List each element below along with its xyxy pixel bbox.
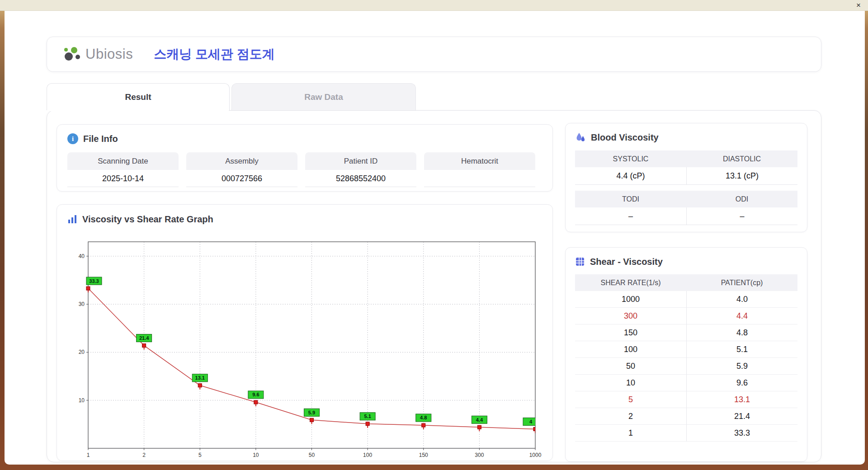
field-assembly: Assembly 000727566: [186, 152, 297, 187]
shear-rate-cell: 150: [575, 324, 686, 341]
svg-text:21.4: 21.4: [139, 335, 149, 341]
table-grid-icon: [575, 257, 585, 267]
field-hematocrit: Hematocrit: [424, 152, 535, 187]
field-value: 2025-10-14: [67, 170, 179, 187]
svg-text:20: 20: [79, 349, 85, 355]
shear-rate-cell: 300: [575, 308, 686, 324]
svg-text:2: 2: [142, 452, 146, 458]
viscosity-chart: 125105010015030010001020304033.321.413.1…: [61, 235, 542, 461]
shear-viscosity-table: SHEAR RATE(1/s) PATIENT(cp) 1000 4.0 300…: [575, 274, 797, 442]
field-label: Patient ID: [305, 152, 416, 170]
spacer: [575, 185, 797, 191]
app-header: Ubiosis 스캐닝 모세관 점도계: [47, 37, 821, 72]
field-value: 000727566: [186, 170, 297, 187]
svg-text:5.1: 5.1: [364, 414, 371, 419]
patient-column-header: PATIENT(cp): [686, 274, 797, 291]
shear-viscosity-card: Shear - Viscosity SHEAR RATE(1/s) PATIEN…: [565, 247, 807, 462]
field-label: Assembly: [186, 152, 297, 170]
svg-text:300: 300: [475, 452, 484, 458]
todi-header: TODI: [575, 191, 686, 207]
svg-text:30: 30: [79, 301, 85, 307]
patient-cell: 9.6: [686, 375, 797, 391]
field-scanning-date: Scanning Date 2025-10-14: [67, 152, 179, 187]
field-label: Scanning Date: [67, 152, 179, 170]
svg-text:5: 5: [198, 452, 202, 458]
svg-text:4: 4: [529, 419, 533, 424]
svg-text:9.6: 9.6: [252, 392, 259, 397]
tab-bar: Result Raw Data: [47, 83, 821, 110]
app-window: Ubiosis 스캐닝 모세관 점도계 Result Raw Data i Fi…: [5, 11, 865, 465]
blood-viscosity-card: Blood Viscosity SYSTOLIC DIASTOLIC 4.4 (…: [565, 123, 807, 232]
tab-result[interactable]: Result: [47, 83, 230, 110]
blood-drop-icon: [575, 132, 586, 143]
diastolic-header: DIASTOLIC: [686, 150, 797, 167]
window-titlebar: ×: [0, 0, 868, 11]
patient-cell: 5.1: [686, 341, 797, 358]
patient-cell: 13.1: [686, 391, 797, 408]
svg-text:50: 50: [309, 452, 315, 458]
tab-result-label: Result: [125, 92, 151, 102]
bar-chart-icon: [67, 214, 77, 224]
patient-cell: 5.9: [686, 358, 797, 375]
blood-viscosity-title: Blood Viscosity: [591, 132, 659, 143]
close-icon[interactable]: ×: [856, 1, 861, 9]
systolic-value: 4.4 (cP): [575, 167, 686, 185]
shear-viscosity-title: Shear - Viscosity: [590, 257, 663, 267]
odi-header: ODI: [686, 191, 797, 207]
todi-value: –: [575, 207, 686, 225]
graph-card: Viscosity vs Shear Rate Graph 1251050100…: [57, 204, 553, 461]
shear-rate-cell: 100: [575, 341, 686, 358]
shear-rate-cell: 5: [575, 391, 686, 408]
field-value: 52868552400: [305, 170, 416, 187]
shear-rate-cell: 10: [575, 375, 686, 391]
patient-cell: 21.4: [686, 408, 797, 425]
svg-text:100: 100: [363, 452, 372, 458]
tab-raw-data-label: Raw Data: [304, 92, 343, 102]
patient-cell: 33.3: [686, 425, 797, 442]
tab-raw-data[interactable]: Raw Data: [231, 83, 416, 110]
shear-rate-column-header: SHEAR RATE(1/s): [575, 274, 686, 291]
systolic-header: SYSTOLIC: [575, 150, 686, 167]
svg-text:4.4: 4.4: [476, 417, 483, 423]
svg-text:1000: 1000: [529, 452, 542, 458]
shear-rate-cell: 1000: [575, 291, 686, 308]
page-title: 스캐닝 모세관 점도계: [154, 46, 275, 63]
shear-rate-cell: 1: [575, 425, 686, 442]
graph-title: Viscosity vs Shear Rate Graph: [82, 214, 213, 225]
file-info-card: i File Info Scanning Date 2025-10-14 Ass…: [57, 124, 553, 192]
blood-viscosity-table: SYSTOLIC DIASTOLIC 4.4 (cP) 13.1 (cP) TO…: [575, 150, 797, 225]
svg-text:5.9: 5.9: [308, 410, 315, 415]
field-label: Hematocrit: [424, 152, 535, 170]
svg-text:1: 1: [87, 452, 90, 458]
patient-cell: 4.8: [686, 324, 797, 341]
svg-text:4.8: 4.8: [420, 415, 427, 420]
info-icon: i: [67, 133, 78, 144]
ubiosis-logo-icon: [62, 45, 83, 63]
field-patient-id: Patient ID 52868552400: [305, 152, 416, 187]
file-info-title: File Info: [83, 134, 118, 144]
result-panel: i File Info Scanning Date 2025-10-14 Ass…: [47, 110, 821, 462]
svg-text:10: 10: [253, 452, 259, 458]
svg-text:13.1: 13.1: [195, 375, 205, 381]
odi-value: –: [686, 207, 797, 225]
shear-rate-cell: 50: [575, 358, 686, 375]
logo-text: Ubiosis: [85, 46, 133, 62]
svg-text:10: 10: [79, 397, 85, 404]
svg-text:40: 40: [79, 253, 85, 259]
svg-text:150: 150: [419, 452, 428, 458]
patient-cell: 4.4: [686, 308, 797, 324]
svg-text:33.3: 33.3: [89, 278, 99, 284]
ubiosis-logo: Ubiosis: [62, 45, 133, 63]
diastolic-value: 13.1 (cP): [686, 167, 797, 185]
field-value: [424, 170, 535, 187]
patient-cell: 4.0: [686, 291, 797, 308]
shear-rate-cell: 2: [575, 408, 686, 425]
